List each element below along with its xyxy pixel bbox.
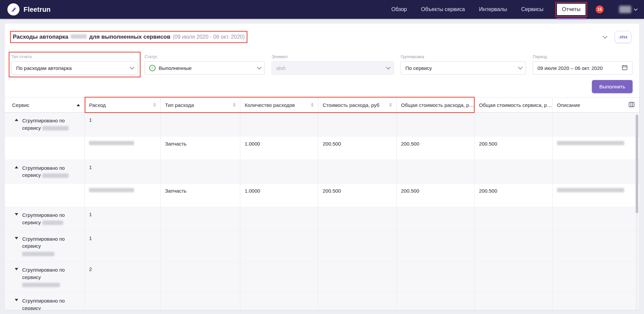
filter-period: Период 09 июля 2020 – 06 окт. 2020 — [533, 54, 633, 75]
empty-cell — [475, 113, 553, 136]
expense-count-cell: 1 — [85, 231, 161, 262]
column-label: Общая стоимость сервиса, р… — [479, 102, 552, 108]
status-select[interactable]: ✓ Выполненные — [145, 61, 265, 75]
empty-cell — [397, 160, 475, 184]
report-table: Сервис Расход Тип расхода Количество рас… — [5, 97, 639, 310]
column-label: Тип расхода — [165, 102, 194, 108]
column-label: Количество расходов — [245, 102, 295, 108]
empty-cell — [240, 293, 318, 310]
run-report-button[interactable]: Выполнить — [592, 80, 633, 93]
cost-cell: 200.500 — [318, 136, 397, 160]
empty-cell — [318, 113, 397, 136]
redacted-service-name — [42, 173, 69, 178]
top-navigation-bar: Fleetrun Обзор Объекты сервиса Интервалы… — [0, 0, 644, 19]
vertical-scrollbar[interactable] — [636, 114, 638, 310]
column-header-expense-count[interactable]: Количество расходов — [240, 97, 318, 112]
redacted-service-name — [42, 221, 63, 225]
column-label: Описание — [557, 102, 580, 108]
nav-item-overview[interactable]: Обзор — [391, 4, 407, 15]
expense-count-cell: 1 — [85, 160, 161, 184]
expense-name-cell — [85, 184, 161, 207]
notification-badge[interactable]: 15 — [596, 5, 604, 13]
fleetrun-logo-icon — [7, 3, 19, 15]
redacted-service-name — [22, 252, 54, 256]
empty-cell — [85, 293, 161, 310]
period-picker[interactable]: 09 июля 2020 – 06 окт. 2020 — [533, 61, 633, 75]
column-header-expense-total-cost[interactable]: Общая стоимость расхода, р… — [397, 97, 475, 112]
column-header-expense-type[interactable]: Тип расхода — [161, 97, 240, 112]
table-row-group[interactable]: Сгруппировано по сервису 2 — [5, 262, 639, 293]
empty-cell — [475, 293, 553, 310]
empty-cell — [240, 207, 318, 231]
table-row-group[interactable]: Сгруппировано по сервису 1 — [5, 113, 639, 136]
status-check-icon: ✓ — [149, 65, 156, 71]
cost-cell: 200.500 — [318, 184, 397, 207]
report-title-rest: для выполненных сервисов — [89, 34, 170, 40]
column-header-service[interactable]: Сервис — [5, 97, 85, 112]
period-value: 09 июля 2020 – 06 окт. 2020 — [537, 65, 618, 71]
vertical-scrollbar-thumb[interactable] — [636, 115, 638, 213]
empty-cell — [240, 160, 318, 184]
sort-icon — [311, 103, 314, 107]
empty-cell — [161, 160, 240, 184]
empty-cell — [475, 231, 553, 262]
column-header-expense-cost[interactable]: Стоимость расхода, руб — [318, 97, 397, 112]
table-row-group-clipped[interactable]: Сгруппировано по сервису — [5, 293, 639, 310]
filter-label: Тип отчета — [11, 54, 138, 59]
sort-asc-icon — [77, 104, 80, 106]
collapse-caret-icon[interactable] — [15, 166, 18, 168]
calendar-icon — [621, 64, 628, 72]
sort-icon — [153, 103, 156, 107]
run-row: Выполнить — [5, 75, 639, 97]
nav-item-services[interactable]: Сервисы — [520, 4, 544, 15]
expense-count-cell: 1 — [85, 113, 161, 136]
grouping-select[interactable]: По сервису — [401, 61, 526, 75]
table-row-group[interactable]: Сгруппировано по сервису 1 — [5, 160, 639, 184]
expand-caret-icon[interactable] — [15, 299, 18, 301]
export-xlsx-button[interactable]: .xlsx — [615, 31, 631, 43]
chevron-down-icon — [386, 65, 391, 70]
service-group-cell: Сгруппировано по сервису — [5, 113, 85, 136]
empty-cell — [318, 231, 397, 262]
group-label: Сгруппировано по сервису — [22, 298, 65, 310]
description-cell — [553, 136, 639, 160]
table-row-group[interactable]: Сгруппировано по сервису 1 — [5, 207, 639, 231]
quantity-cell: 1.0000 — [240, 136, 318, 160]
nav-item-service-objects[interactable]: Объекты сервиса — [420, 4, 466, 15]
table-row-group[interactable]: Сгруппировано по сервису 1 — [5, 231, 639, 262]
report-card: Расходы автопарка для выполненных сервис… — [5, 24, 639, 310]
table-header-row: Сервис Расход Тип расхода Количество рас… — [5, 97, 639, 113]
empty-cell — [318, 160, 397, 184]
title-actions: .xlsx — [603, 31, 631, 43]
redacted-fleet-name — [71, 34, 87, 39]
expense-name-cell — [85, 136, 161, 160]
redacted-description — [557, 188, 624, 192]
column-header-description[interactable]: Описание — [553, 97, 639, 112]
sort-icon — [389, 103, 392, 107]
report-title-period: (09 июля 2020 - 06 окт. 2020) — [173, 34, 245, 40]
expand-caret-icon[interactable] — [15, 237, 18, 239]
page-content: Расходы автопарка для выполненных сервис… — [0, 19, 644, 314]
filter-report-type: Тип отчета По расходам автопарка — [11, 54, 138, 75]
expand-caret-icon[interactable] — [15, 268, 18, 270]
column-header-expense[interactable]: Расход — [85, 97, 161, 112]
empty-cell — [161, 207, 240, 231]
brand[interactable]: Fleetrun — [7, 3, 51, 15]
expand-caret-icon[interactable] — [15, 213, 18, 215]
column-settings-icon[interactable] — [629, 102, 635, 108]
nav-item-intervals[interactable]: Интервалы — [478, 4, 508, 15]
collapse-report-chevron-icon[interactable] — [603, 34, 607, 39]
report-type-select[interactable]: По расходам автопарка — [11, 61, 138, 75]
user-menu[interactable] — [619, 6, 637, 13]
group-label: Сгруппировано по сервису — [22, 267, 65, 280]
redacted-description — [557, 141, 624, 145]
filter-status: Статус ✓ Выполненные — [145, 54, 265, 75]
empty-cell — [5, 184, 85, 207]
nav-item-reports[interactable]: Отчеты — [557, 4, 586, 15]
empty-cell — [553, 262, 639, 292]
expense-type-cell: Запчасть — [161, 184, 240, 207]
empty-cell — [161, 231, 240, 262]
column-header-service-total-cost[interactable]: Общая стоимость сервиса, р… — [475, 97, 553, 112]
element-select: olsh — [272, 61, 394, 75]
collapse-caret-icon[interactable] — [15, 119, 18, 121]
